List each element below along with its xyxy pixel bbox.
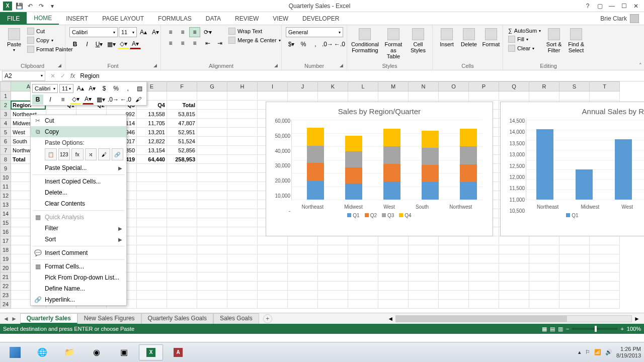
cell[interactable] xyxy=(167,92,197,101)
cell[interactable] xyxy=(197,273,227,282)
fill-color-button[interactable]: ◇▾ xyxy=(118,39,129,49)
cell[interactable] xyxy=(318,245,348,254)
row-header[interactable]: 11 xyxy=(0,182,11,191)
align-left-icon[interactable]: ≡ xyxy=(165,38,176,48)
row-header[interactable]: 2 xyxy=(0,101,11,110)
cell[interactable] xyxy=(318,92,348,101)
cell[interactable] xyxy=(529,254,559,263)
merge-center-button[interactable]: Merge & Center▾ xyxy=(227,36,282,44)
font-name-combo[interactable]: Calibri▾ xyxy=(69,27,118,37)
formula-input[interactable]: Region xyxy=(80,72,99,79)
row-header[interactable]: 1 xyxy=(0,92,11,101)
cell[interactable] xyxy=(197,282,227,291)
mini-font-combo[interactable]: Calibri▾ xyxy=(32,84,58,93)
mini-borders-icon[interactable]: ▦▾ xyxy=(95,95,106,105)
cell[interactable] xyxy=(469,263,499,273)
zoom-slider[interactable] xyxy=(572,328,617,330)
help-icon[interactable]: ? xyxy=(584,3,592,10)
orientation-icon[interactable]: ⟳▾ xyxy=(202,27,213,37)
cell[interactable] xyxy=(559,263,590,273)
column-header[interactable]: P xyxy=(469,81,499,92)
cell[interactable] xyxy=(318,254,348,263)
cell[interactable] xyxy=(258,291,288,300)
cell[interactable] xyxy=(227,218,258,227)
align-top-icon[interactable]: ≡ xyxy=(165,27,176,37)
paste-opt-transpose[interactable]: ⤭ xyxy=(85,148,97,160)
cell[interactable] xyxy=(469,236,499,245)
cell[interactable] xyxy=(227,200,258,209)
cell[interactable] xyxy=(348,245,378,254)
cell[interactable] xyxy=(348,300,378,309)
collapse-ribbon-icon[interactable]: ˄ xyxy=(639,62,642,69)
cell[interactable] xyxy=(439,263,469,273)
taskbar-ie-icon[interactable]: 🌐 xyxy=(30,344,54,360)
cell[interactable] xyxy=(378,300,409,309)
cell[interactable] xyxy=(197,263,227,273)
cell[interactable] xyxy=(197,146,227,155)
close-icon[interactable]: ✕ xyxy=(632,3,640,10)
cell[interactable] xyxy=(197,200,227,209)
cell[interactable] xyxy=(318,263,348,273)
cell[interactable] xyxy=(409,282,439,291)
cell[interactable] xyxy=(318,300,348,309)
align-right-icon[interactable]: ≡ xyxy=(189,38,200,48)
cell[interactable] xyxy=(499,263,529,273)
row-header[interactable]: 16 xyxy=(0,227,11,236)
cell[interactable] xyxy=(167,300,197,309)
row-header[interactable]: 9 xyxy=(0,164,11,173)
cell[interactable] xyxy=(167,291,197,300)
cell[interactable] xyxy=(469,300,499,309)
paste-opt-link[interactable]: 🔗 xyxy=(112,148,124,160)
cell[interactable] xyxy=(529,263,559,273)
cell[interactable] xyxy=(590,273,620,282)
mini-bold-button[interactable]: B xyxy=(32,95,43,105)
cell[interactable] xyxy=(499,291,529,300)
cell[interactable] xyxy=(197,119,227,128)
mini-percent-icon[interactable]: % xyxy=(111,83,121,94)
cell[interactable] xyxy=(197,209,227,218)
mini-decimal-inc-icon[interactable]: .0→ xyxy=(108,95,119,105)
chart-sales-by-region[interactable]: Sales by Region/Quarter 60,00050,00040,0… xyxy=(266,102,493,236)
column-header[interactable]: L xyxy=(348,81,378,92)
redo-icon[interactable]: ↷ xyxy=(37,2,45,10)
cell[interactable] xyxy=(137,273,167,282)
cell[interactable] xyxy=(529,300,559,309)
cell[interactable] xyxy=(137,291,167,300)
cell[interactable] xyxy=(348,92,378,101)
cell[interactable] xyxy=(227,137,258,146)
user-account[interactable]: Brie Clark xyxy=(595,12,644,25)
ctx-clear-contents[interactable]: Clear Contents xyxy=(31,198,126,209)
cell[interactable] xyxy=(499,282,529,291)
row-header[interactable]: 19 xyxy=(0,254,11,263)
align-bottom-icon[interactable]: ≡ xyxy=(189,27,200,37)
cell[interactable]: 13,154 xyxy=(137,146,167,155)
font-size-combo[interactable]: 11▾ xyxy=(119,27,137,37)
cell[interactable] xyxy=(227,173,258,182)
tab-file[interactable]: FILE xyxy=(0,12,27,25)
cell[interactable] xyxy=(348,273,378,282)
ctx-delete[interactable]: Delete... xyxy=(31,187,126,198)
cell[interactable] xyxy=(529,92,559,101)
view-page-layout-icon[interactable]: ▤ xyxy=(550,326,555,332)
row-header[interactable]: 23 xyxy=(0,291,11,300)
cell[interactable] xyxy=(227,128,258,137)
cell[interactable] xyxy=(167,209,197,218)
row-header[interactable]: 6 xyxy=(0,137,11,146)
ctx-pick-dropdown[interactable]: Pick From Drop-down List... xyxy=(31,272,126,283)
cell[interactable]: 52,856 xyxy=(167,146,197,155)
taskbar-access-icon[interactable]: A xyxy=(166,344,190,360)
ctx-insert-comment[interactable]: 💬Insert Comment xyxy=(31,247,126,258)
cell[interactable] xyxy=(137,236,167,245)
cell[interactable] xyxy=(227,282,258,291)
cell[interactable] xyxy=(227,164,258,173)
mini-comma-icon[interactable]: , xyxy=(123,83,133,94)
cell[interactable] xyxy=(378,263,409,273)
maximize-icon[interactable]: ☐ xyxy=(620,3,628,10)
format-cells-button[interactable]: Format xyxy=(481,27,501,48)
cell[interactable] xyxy=(167,245,197,254)
paste-opt-all[interactable]: 📋 xyxy=(45,148,57,160)
autosum-button[interactable]: ∑AutoSum▾ xyxy=(507,27,542,34)
column-header[interactable]: O xyxy=(439,81,469,92)
borders-button[interactable]: ▦▾ xyxy=(106,39,117,49)
cell[interactable] xyxy=(288,291,318,300)
